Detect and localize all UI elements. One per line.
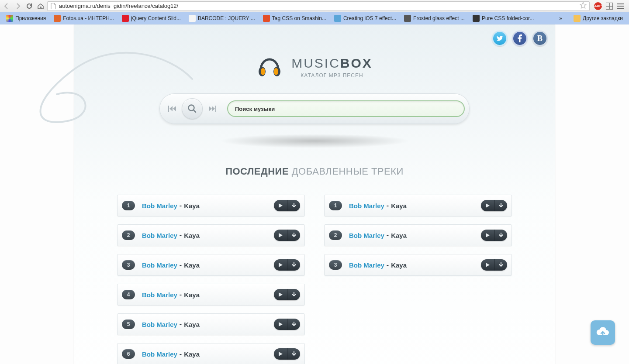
track-number: 2: [329, 230, 342, 240]
bookmark-item[interactable]: jQuery Content Slid...: [118, 14, 184, 23]
previous-track-button[interactable]: [164, 101, 180, 117]
bookmark-label: Tag CSS on Smashin...: [272, 15, 326, 21]
facebook-button[interactable]: [512, 31, 528, 46]
search-player-bar: [159, 93, 470, 124]
bookmark-apps[interactable]: Приложения: [3, 14, 49, 23]
bookmark-label: Frosted glass effect ...: [413, 15, 465, 21]
bookmark-item[interactable]: Pure CSS folded-cor...: [469, 14, 537, 23]
track-artist[interactable]: Bob Marley: [142, 202, 177, 209]
tracks-column-right: 1Bob Marley-Kaya2Bob Marley-Kaya3Bob Mar…: [324, 195, 512, 364]
download-button[interactable]: [287, 200, 300, 211]
nav-reload-button[interactable]: [24, 1, 34, 11]
url-bar[interactable]: autoenigma.ru/denis_gidin/freelance/cata…: [47, 1, 590, 11]
download-button[interactable]: [287, 230, 300, 241]
track-actions: [274, 348, 300, 360]
track-number: 1: [329, 201, 342, 210]
download-button[interactable]: [287, 348, 300, 360]
headphones-icon: [256, 55, 283, 79]
bookmark-item[interactable]: BARCODE : JQUERY ...: [185, 14, 259, 23]
track-actions: [481, 200, 507, 211]
track-artist[interactable]: Bob Marley: [349, 232, 384, 239]
download-button[interactable]: [494, 200, 507, 211]
search-input[interactable]: [235, 106, 457, 112]
site-title-light: MUSIC: [291, 56, 340, 70]
next-track-button[interactable]: [204, 101, 220, 117]
download-button[interactable]: [287, 259, 300, 271]
track-title: Kaya: [184, 350, 200, 358]
bookmark-star-icon[interactable]: [580, 2, 587, 10]
track-artist[interactable]: Bob Marley: [142, 350, 177, 358]
track-row: 6Bob Marley-Kaya: [117, 343, 305, 364]
play-button[interactable]: [274, 259, 287, 271]
search-button[interactable]: [182, 98, 203, 119]
play-button[interactable]: [481, 200, 494, 211]
separator: -: [180, 202, 182, 209]
tracks-grid: 1Bob Marley-Kaya2Bob Marley-Kaya3Bob Mar…: [74, 195, 555, 364]
download-button[interactable]: [287, 289, 300, 300]
track-artist[interactable]: Bob Marley: [142, 321, 177, 328]
play-button[interactable]: [481, 259, 494, 271]
page-container: B MUSICBOX КАТАЛОГ MP3 ПЕСЕН: [74, 24, 555, 364]
extension-icon[interactable]: [605, 2, 613, 10]
section-title-bold: ПОСЛЕДНИЕ: [225, 166, 289, 177]
track-artist[interactable]: Bob Marley: [142, 291, 177, 299]
bookmark-label: Creating iOS 7 effect...: [343, 15, 396, 21]
bookmark-apps-label: Приложения: [15, 15, 46, 21]
download-button[interactable]: [287, 319, 300, 330]
nav-back-button[interactable]: [2, 1, 11, 11]
play-button[interactable]: [274, 319, 287, 330]
track-number: 1: [122, 201, 135, 210]
bookmark-item[interactable]: Fotos.ua - ИНТЕРН...: [50, 14, 118, 23]
nav-home-button[interactable]: [36, 1, 45, 11]
favicon: [473, 15, 480, 22]
track-artist[interactable]: Bob Marley: [142, 232, 177, 239]
bookmark-item[interactable]: Creating iOS 7 effect...: [331, 14, 400, 23]
separator: -: [180, 231, 182, 239]
track-title: Kaya: [391, 261, 407, 269]
track-title: Kaya: [184, 202, 200, 209]
url-text: autoenigma.ru/denis_gidin/freelance/cata…: [59, 3, 178, 9]
adblock-icon[interactable]: ABP: [594, 2, 602, 10]
separator: -: [180, 320, 182, 328]
track-actions: [274, 230, 300, 241]
download-button[interactable]: [494, 259, 507, 271]
track-number: 6: [122, 349, 135, 359]
track-actions: [274, 259, 300, 271]
vk-button[interactable]: B: [532, 31, 548, 46]
other-bookmarks[interactable]: Другие закладки: [570, 14, 626, 23]
search-field[interactable]: [227, 100, 465, 117]
track-number: 3: [122, 260, 135, 270]
separator: -: [180, 291, 182, 299]
site-title: MUSICBOX: [291, 56, 373, 71]
social-links: B: [492, 31, 548, 46]
play-button[interactable]: [274, 230, 287, 241]
track-row: 1Bob Marley-Kaya: [117, 195, 305, 216]
scroll-upload-button[interactable]: [591, 320, 615, 345]
favicon: [404, 15, 411, 22]
svg-point-2: [261, 68, 265, 75]
twitter-button[interactable]: [492, 31, 508, 46]
play-button[interactable]: [274, 348, 287, 360]
bookmark-item[interactable]: Frosted glass effect ...: [401, 14, 468, 23]
nav-forward-button[interactable]: [13, 1, 23, 11]
play-button[interactable]: [274, 289, 287, 300]
track-artist[interactable]: Bob Marley: [142, 261, 177, 269]
play-button[interactable]: [274, 200, 287, 211]
track-row: 3Bob Marley-Kaya: [324, 254, 512, 276]
track-artist[interactable]: Bob Marley: [349, 261, 384, 269]
track-row: 3Bob Marley-Kaya: [117, 254, 305, 276]
favicon: [54, 15, 61, 22]
other-bookmarks-label: Другие закладки: [583, 15, 623, 21]
separator: -: [387, 261, 389, 269]
track-title: Kaya: [184, 261, 200, 269]
bookmark-overflow[interactable]: »: [556, 14, 566, 23]
bookmark-item[interactable]: Tag CSS on Smashin...: [259, 14, 330, 23]
download-button[interactable]: [494, 230, 507, 241]
track-artist[interactable]: Bob Marley: [349, 202, 384, 209]
track-row: 2Bob Marley-Kaya: [117, 224, 305, 246]
chrome-menu-button[interactable]: [617, 2, 625, 10]
viewport[interactable]: B MUSICBOX КАТАЛОГ MP3 ПЕСЕН: [0, 24, 629, 364]
play-button[interactable]: [481, 230, 494, 241]
favicon: [334, 15, 341, 22]
track-actions: [274, 289, 300, 300]
